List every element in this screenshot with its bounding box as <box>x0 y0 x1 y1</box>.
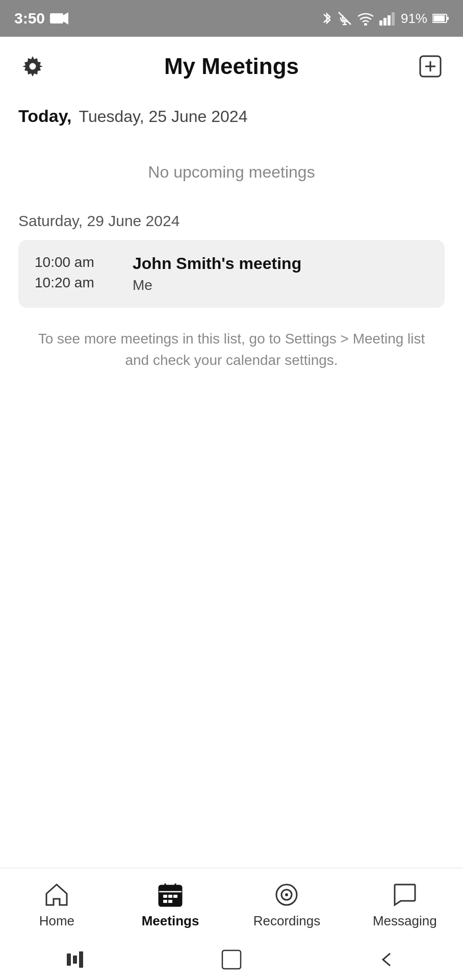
bottom-nav: Home Meetings Re <box>0 868 463 939</box>
svg-rect-9 <box>392 12 395 26</box>
svg-rect-0 <box>50 13 63 23</box>
nav-item-home[interactable]: Home <box>16 880 97 929</box>
today-section: Today, Tuesday, 25 June 2024 <box>18 106 445 126</box>
android-menu-button[interactable] <box>62 944 92 975</box>
svg-rect-33 <box>222 950 241 969</box>
android-back-button[interactable] <box>371 944 401 975</box>
status-time: 3:50 <box>14 10 45 27</box>
android-bar <box>0 939 463 980</box>
svg-point-5 <box>364 23 367 26</box>
battery-text: 91% <box>401 11 427 27</box>
svg-rect-23 <box>168 895 172 898</box>
page-title: My Meetings <box>164 54 299 79</box>
svg-rect-30 <box>67 953 71 966</box>
messaging-nav-icon <box>391 880 419 909</box>
android-home-button[interactable] <box>216 944 247 975</box>
settings-hint: To see more meetings in this list, go to… <box>18 328 445 371</box>
svg-rect-7 <box>383 18 387 26</box>
svg-point-29 <box>285 893 288 896</box>
svg-rect-25 <box>163 900 167 903</box>
recordings-nav-label: Recordings <box>253 913 321 929</box>
svg-rect-8 <box>388 15 391 26</box>
meeting-host: Me <box>133 277 301 293</box>
svg-rect-22 <box>163 895 167 898</box>
meetings-nav-label: Meetings <box>142 913 199 929</box>
add-icon <box>418 54 443 79</box>
status-bar: 3:50 91% <box>0 0 463 37</box>
wifi-icon <box>357 11 374 26</box>
meeting-end-time: 10:20 am <box>35 275 116 291</box>
meeting-times: 10:00 am 10:20 am <box>35 254 116 293</box>
svg-point-14 <box>29 62 37 70</box>
header: My Meetings <box>0 37 463 96</box>
home-nav-icon <box>42 880 71 909</box>
svg-rect-32 <box>79 951 83 968</box>
today-label: Today, <box>18 106 72 126</box>
home-nav-label: Home <box>39 913 74 929</box>
meetings-nav-icon <box>156 880 185 909</box>
nav-item-messaging[interactable]: Messaging <box>363 880 447 929</box>
svg-rect-6 <box>379 20 382 26</box>
svg-rect-11 <box>433 15 445 21</box>
recordings-nav-icon <box>272 880 301 909</box>
mute-icon <box>338 11 352 26</box>
future-date-label: Saturday, 29 June 2024 <box>18 212 445 230</box>
content-area: Today, Tuesday, 25 June 2024 No upcoming… <box>0 96 463 868</box>
meeting-start-time: 10:00 am <box>35 254 116 271</box>
svg-rect-24 <box>173 895 177 898</box>
meeting-info: John Smith's meeting Me <box>133 254 301 293</box>
svg-rect-12 <box>447 17 449 20</box>
add-meeting-button[interactable] <box>416 52 445 81</box>
nav-item-meetings[interactable]: Meetings <box>130 880 211 929</box>
meeting-title: John Smith's meeting <box>133 254 301 273</box>
messaging-nav-label: Messaging <box>373 913 437 929</box>
meeting-card[interactable]: 10:00 am 10:20 am John Smith's meeting M… <box>18 240 445 308</box>
camera-icon <box>50 11 68 26</box>
signal-icon <box>379 11 396 26</box>
nav-item-recordings[interactable]: Recordings <box>243 880 331 929</box>
svg-rect-26 <box>168 900 172 903</box>
today-date: Tuesday, 25 June 2024 <box>79 107 248 126</box>
gear-icon <box>20 54 45 79</box>
battery-icon <box>432 13 449 23</box>
svg-rect-31 <box>73 955 77 964</box>
future-date-section: Saturday, 29 June 2024 10:00 am 10:20 am… <box>18 212 445 308</box>
svg-marker-1 <box>63 12 68 24</box>
settings-button[interactable] <box>18 52 47 81</box>
no-meetings-text: No upcoming meetings <box>18 142 445 212</box>
bluetooth-icon <box>321 11 332 26</box>
